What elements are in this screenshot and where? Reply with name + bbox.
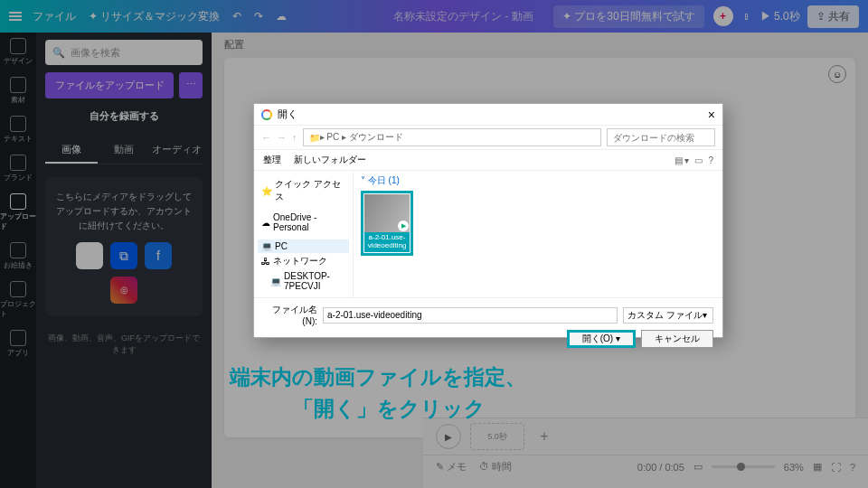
filename-label: ファイル名(N): [263,304,317,326]
tree-pc[interactable]: 💻 PC [258,239,349,253]
dialog-title: 開く [278,108,297,121]
dialog-search-input[interactable] [607,128,715,146]
folder-tree: ⭐ クイック アクセス ☁ OneDrive - Personal 💻 PC 🖧… [254,171,354,297]
cancel-button[interactable]: キャンセル [641,330,713,348]
path-bar[interactable]: 📁 ▸ PC ▸ ダウンロード [303,128,602,146]
instruction-caption: 端末内の動画ファイルを指定、 「開く」をクリック [230,361,526,424]
tree-network[interactable]: 🖧 ネットワーク [258,253,349,269]
caption-line2: 「開く」をクリック [293,393,526,425]
close-icon[interactable]: × [708,108,715,122]
up-icon[interactable]: ↑ [292,132,297,143]
open-button[interactable]: 開く(O) ▾ [567,330,636,348]
forward-icon[interactable]: → [277,132,287,143]
file-name-label: a-2-01.use-videoediting [364,232,410,252]
video-badge-icon: ▶ [398,221,409,231]
file-open-dialog: 開く × ← → ↑ 📁 ▸ PC ▸ ダウンロード 整理 新しいフォルダー ▤… [253,103,723,338]
file-list: ˅ 今日 (1) ▶ a-2-01.use-videoediting [354,171,722,297]
organize-menu[interactable]: 整理 [263,154,281,166]
view-options-icon[interactable]: ▤ ▾ [675,155,690,165]
help-dialog-icon[interactable]: ? [708,155,713,165]
tree-onedrive[interactable]: ☁ OneDrive - Personal [258,211,349,234]
file-item-selected[interactable]: ▶ a-2-01.use-videoediting [361,191,413,256]
back-icon[interactable]: ← [261,132,271,143]
tree-desktop[interactable]: 💻 DESKTOP-7PECVJI [258,269,349,293]
caption-line1: 端末内の動画ファイルを指定、 [230,361,526,393]
tree-quick-access[interactable]: ⭐ クイック アクセス [258,176,349,205]
file-type-dropdown[interactable]: カスタム ファイル ▾ [623,307,713,324]
file-group-label[interactable]: ˅ 今日 (1) [361,174,715,187]
chrome-icon [261,109,272,120]
filename-input[interactable] [323,307,618,324]
preview-pane-icon[interactable]: ▭ [694,155,703,165]
new-folder-button[interactable]: 新しいフォルダー [294,154,366,166]
